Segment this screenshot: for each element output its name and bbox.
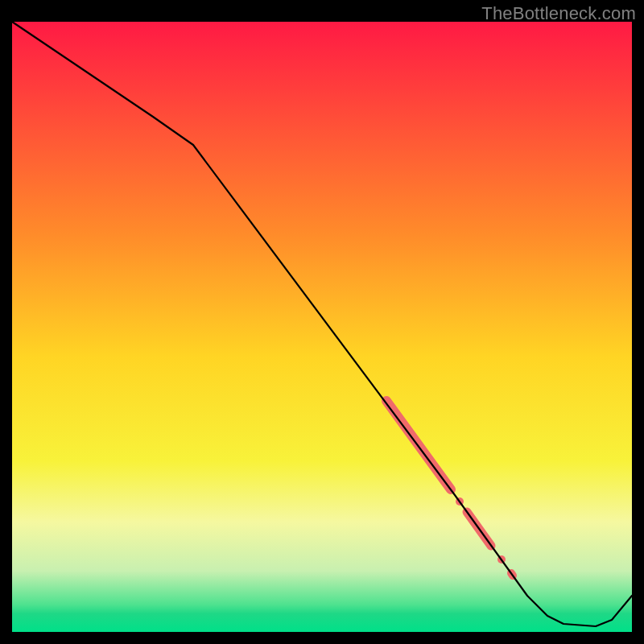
chart-container: TheBottleneck.com bbox=[0, 0, 644, 644]
bottleneck-chart bbox=[0, 0, 644, 644]
plot-background bbox=[12, 22, 632, 632]
watermark-text: TheBottleneck.com bbox=[481, 3, 636, 24]
